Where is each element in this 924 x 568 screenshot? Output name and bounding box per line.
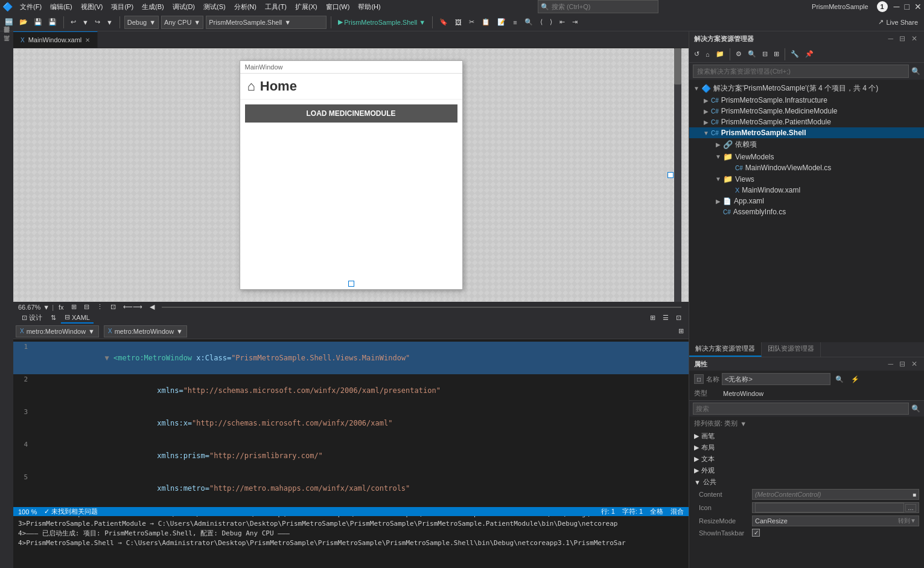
tab-close-btn[interactable]: ✕ [85, 37, 90, 43]
menu-test[interactable]: 测试(S) [200, 1, 229, 13]
menu-project[interactable]: 项目(P) [107, 1, 137, 13]
se-new-folder-btn[interactable]: 📁 [713, 49, 727, 59]
redo-dropdown-btn[interactable]: ▼ [104, 18, 115, 27]
tree-shell[interactable]: ▼ C# PrismMetroSample.Shell [689, 127, 924, 138]
element-selector-2[interactable]: X metro:MetroWindow ▼ [104, 325, 187, 337]
expand-icon-1[interactable]: ▼ [105, 354, 113, 362]
tab-solution-explorer[interactable]: 解决方案资源管理器 [689, 342, 762, 357]
se-pin-btn[interactable]: ─ [886, 34, 895, 43]
live-share-button[interactable]: ↗ Live Share [875, 17, 922, 27]
tree-infrastructure[interactable]: ▶ C# PrismMetroSample.Infrastructure [689, 95, 924, 106]
props-section-layout[interactable]: ▶ 布局 [689, 442, 924, 453]
toolbar-btn-9[interactable]: ⟩ [547, 17, 555, 27]
minimize-button[interactable]: ─ [894, 2, 900, 11]
menu-edit[interactable]: 编辑(E) [46, 1, 76, 13]
tab-team-explorer[interactable]: 团队资源管理器 [762, 342, 821, 357]
props-section-public[interactable]: ▼ 公共 [689, 476, 924, 488]
open-btn[interactable]: 📂 [17, 17, 30, 27]
save-all-btn[interactable]: 💾 [46, 17, 59, 27]
taskbar-checkbox[interactable] [752, 529, 760, 537]
close-button[interactable]: ✕ [914, 2, 922, 11]
toolbar-btn-7[interactable]: 🔍 [522, 17, 535, 27]
new-project-btn[interactable]: 🆕 [2, 17, 16, 27]
menu-tools[interactable]: 工具(T) [261, 1, 290, 13]
tree-mainwindow-xaml[interactable]: X MainWindow.xaml [689, 185, 924, 196]
menu-window[interactable]: 窗口(W) [322, 1, 354, 13]
tree-appxaml[interactable]: ▶ 📄 App.xaml [689, 196, 924, 206]
tree-views[interactable]: ▼ 📁 Views [689, 173, 924, 185]
tree-solution[interactable]: ▼ 🔷 解决方案'PrismMetroSample'(第 4 个项目，共 4 个… [689, 82, 924, 95]
se-settings-btn[interactable]: 🔧 [788, 49, 801, 59]
props-search-btn[interactable]: 🔍 [833, 374, 846, 385]
collapse-btn[interactable]: ◀ [147, 302, 157, 312]
split-view-btn[interactable]: ⊞ [648, 313, 658, 323]
se-pin2-btn[interactable]: 📌 [803, 49, 816, 59]
toolbar-btn-1[interactable]: 🔖 [437, 17, 450, 27]
redo-btn[interactable]: ↪ [92, 17, 103, 27]
menu-view[interactable]: 视图(V) [77, 1, 107, 13]
tree-patientmodule[interactable]: ▶ C# PrismMetroSample.PatientModule [689, 116, 924, 127]
grid-btn-2[interactable]: ⊟ [81, 302, 92, 312]
maximize-button[interactable]: □ [905, 2, 910, 11]
tab-mainwindow-xaml[interactable]: X MainWindow.xaml ✕ [13, 31, 98, 48]
vertical-split-btn[interactable]: ⊡ [674, 313, 684, 323]
se-props-btn[interactable]: ⚙ [733, 49, 744, 59]
menu-extensions[interactable]: 扩展(X) [292, 1, 321, 13]
se-filter-btn[interactable]: 🔍 [745, 49, 759, 59]
content-val-btn[interactable]: ■ [913, 491, 916, 498]
fx-btn[interactable]: fx [56, 302, 66, 312]
props-section-text[interactable]: ▶ 文本 [689, 453, 924, 465]
fit-btn[interactable]: ⊡ [108, 302, 118, 312]
toolbar-btn-4[interactable]: 📋 [479, 17, 492, 27]
snap-btn[interactable]: ⋮ [94, 302, 106, 312]
menu-debug[interactable]: 调试(D) [169, 1, 199, 13]
sidebar-toolbox[interactable]: 工具箱 [1, 42, 12, 49]
design-tab-btn[interactable]: ⊡ 设计 [18, 312, 46, 324]
sidebar-server-explorer[interactable]: 服务器资源管理器 [1, 34, 12, 41]
resize-handle-bottom[interactable] [348, 281, 354, 287]
props-section-appearance[interactable]: ▶ 外观 [689, 465, 924, 476]
icon-dropdown[interactable] [755, 503, 904, 512]
toolbar-btn-5[interactable]: 📝 [495, 17, 508, 27]
tree-viewmodels[interactable]: ▼ 📁 ViewModels [689, 151, 924, 162]
se-refresh-btn[interactable]: ↺ [692, 49, 702, 59]
toolbar-btn-3[interactable]: ✂ [467, 17, 477, 27]
content-value[interactable]: (MetroContentControl) ■ [752, 489, 919, 500]
undo-btn[interactable]: ↩ [68, 17, 78, 27]
props-dock-btn[interactable]: ⊟ [897, 360, 907, 368]
menu-analyze[interactable]: 分析(N) [231, 1, 260, 13]
resize-value[interactable]: CanResize 转到▼ [752, 515, 919, 526]
toolbar-btn-6[interactable]: ≡ [511, 18, 519, 27]
toolbar-btn-10[interactable]: ⇤ [557, 17, 567, 27]
tree-medicinemodule[interactable]: ▶ C# PrismMetroSample.MedicineModule [689, 106, 924, 116]
icon-value[interactable]: … [752, 502, 919, 513]
props-name-input[interactable] [722, 373, 830, 385]
props-search-input[interactable] [693, 403, 909, 415]
grid-btn-1[interactable]: ⊞ [69, 302, 79, 312]
toolbar-btn-11[interactable]: ⇥ [570, 17, 580, 27]
resize-handle-right[interactable] [668, 172, 674, 178]
tree-dependencies[interactable]: ▶ 🔗 依赖项 [689, 138, 924, 151]
toolbar-btn-2[interactable]: 🖼 [453, 18, 464, 27]
designer-canvas[interactable]: MainWindow ⌂ Home LOAD MEDICINEMODULE [13, 48, 689, 302]
element-selector-1[interactable]: X metro:MetroWindow ▼ [16, 325, 99, 337]
se-close-btn[interactable]: ✕ [910, 34, 919, 43]
global-search-box[interactable]: 🔍 搜索 (Ctrl+Q) [538, 0, 658, 13]
se-dock-btn[interactable]: ⊟ [897, 34, 907, 43]
tree-assemblyinfo[interactable]: C# AssemblyInfo.cs [689, 206, 924, 217]
se-collapse-btn[interactable]: ⊟ [760, 49, 770, 59]
menu-build[interactable]: 生成(B) [138, 1, 168, 13]
swap-btn[interactable]: ⇅ [48, 313, 59, 323]
startup-dropdown[interactable]: PrismMetroSample.Shell ▼ [206, 16, 327, 29]
code-collapse-btn[interactable]: ⊞ [676, 326, 686, 336]
icon-browse-btn[interactable]: … [905, 504, 916, 512]
props-section-brush[interactable]: ▶ 画笔 [689, 430, 924, 442]
toolbar-btn-8[interactable]: ⟨ [538, 17, 545, 27]
undo-dropdown-btn[interactable]: ▼ [80, 18, 91, 27]
menu-help[interactable]: 帮助(H) [354, 1, 384, 13]
zoom-slider[interactable] [162, 307, 681, 308]
horizontal-split-btn[interactable]: ☰ [660, 313, 671, 323]
responsive-btn[interactable]: ⟵⟶ [121, 302, 145, 312]
props-close-btn[interactable]: ✕ [910, 360, 919, 368]
config-dropdown[interactable]: Debug ▼ [124, 16, 159, 29]
